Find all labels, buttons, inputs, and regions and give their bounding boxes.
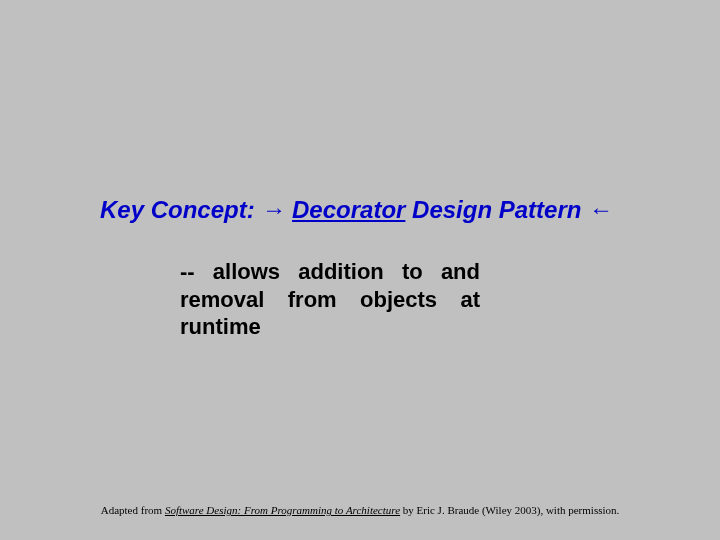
body-text: -- allows addition to and removal from o…	[180, 258, 480, 341]
title-prefix: Key Concept:	[100, 196, 261, 223]
title-line: Key Concept: → Decorator Design Pattern …	[100, 196, 710, 224]
arrow-right-icon: →	[261, 196, 285, 223]
attribution: Adapted from Software Design: From Progr…	[0, 504, 720, 516]
attribution-book-title: Software Design: From Programming to Arc…	[165, 504, 400, 516]
slide: Key Concept: → Decorator Design Pattern …	[0, 0, 720, 540]
attribution-prefix: Adapted from	[101, 504, 165, 516]
title-suffix: Design Pattern	[405, 196, 588, 223]
attribution-suffix: by Eric J. Braude (Wiley 2003), with per…	[400, 504, 619, 516]
title-underlined: Decorator	[292, 196, 405, 223]
arrow-left-icon: ←	[588, 196, 612, 223]
